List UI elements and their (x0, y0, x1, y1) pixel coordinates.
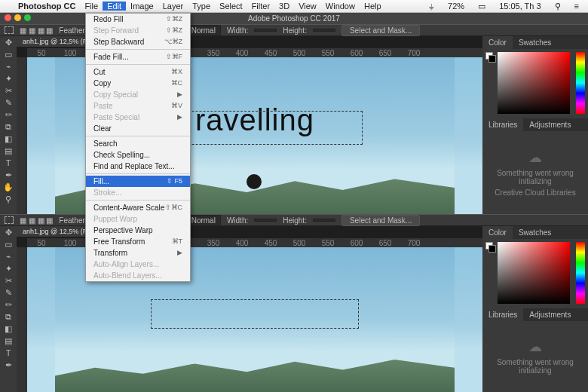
foreground-background-swatch[interactable] (485, 52, 496, 63)
menu-item-step-backward[interactable]: Step Backward⌥⌘Z (86, 36, 190, 47)
menu-item-search[interactable]: Search (86, 138, 190, 149)
menu-item-puppet-warp: Puppet Warp (86, 213, 190, 225)
eyedropper-tool-icon[interactable]: ✎ (2, 98, 15, 109)
minimize-window-button[interactable] (14, 14, 21, 21)
select-and-mask-button-2[interactable]: Select and Mask... (341, 215, 420, 226)
image-landscape-2 (55, 351, 455, 392)
menu-type[interactable]: Type (188, 2, 215, 11)
menu-item-transform[interactable]: Transform▶ (86, 247, 190, 259)
libraries-error-2: Creative Cloud Libraries (495, 188, 575, 197)
color-field[interactable] (498, 52, 570, 114)
select-and-mask-button[interactable]: Select and Mask... (341, 25, 420, 36)
marquee-tool-icon[interactable] (5, 26, 14, 34)
width-input[interactable] (254, 29, 277, 32)
height-label: Height: (283, 26, 307, 35)
menu-item-perspective-warp[interactable]: Perspective Warp (86, 225, 190, 236)
zoom-tool-icon[interactable]: ⚲ (2, 194, 15, 205)
tools-panel-2: ✥▭⌁✦✂✎✏⧉◧▤T✒ (0, 226, 17, 392)
ruler-vertical-2[interactable] (17, 247, 27, 392)
menu-file[interactable]: File (80, 2, 103, 11)
quick-select-tool-icon[interactable]: ✦ (2, 74, 15, 84)
menu-help[interactable]: Help (360, 2, 386, 11)
pen-tool-icon[interactable]: ✒ (2, 170, 15, 181)
close-window-button[interactable] (5, 14, 11, 21)
selection-mode-icons[interactable]: ▦ ▦ ▦ ▦ (20, 216, 53, 225)
menu-3d[interactable]: 3D (274, 2, 294, 11)
gradient-tool-icon[interactable]: ▤ (2, 146, 15, 157)
tab-adjustments[interactable]: Adjustments (523, 118, 577, 131)
move-tool-icon[interactable]: ✥ (2, 38, 15, 48)
wifi-icon[interactable]: ⏚ (424, 2, 439, 11)
menu-item-check-spelling-[interactable]: Check Spelling... (86, 149, 190, 161)
tab-libraries[interactable]: Libraries (482, 118, 523, 131)
style-select-2[interactable]: Normal (186, 215, 221, 226)
menu-item-free-transform[interactable]: Free Transform⌘T (86, 236, 190, 247)
menu-edit[interactable]: Edit (103, 2, 126, 11)
lasso-tool-icon[interactable]: ⌁ (2, 62, 15, 72)
menu-item-auto-blend-layers-: Auto-Blend Layers... (86, 270, 190, 281)
app-name[interactable]: Photoshop CC (14, 2, 80, 11)
menu-item-paste-special: Paste Special▶ (86, 112, 190, 123)
marquee-tool-icon[interactable]: ▭ (2, 50, 15, 60)
hue-slider[interactable] (576, 52, 585, 114)
edit-dropdown-menu: Redo Fill⇧⌘ZStep Forward⇧⌘ZStep Backward… (85, 13, 191, 282)
menu-item-fill-[interactable]: Fill...⇧ F5 (86, 176, 190, 187)
height-input[interactable] (313, 29, 335, 32)
spotlight-icon[interactable]: ⚲ (550, 2, 565, 11)
menu-item-clear[interactable]: Clear (86, 123, 190, 134)
color-picker[interactable] (482, 49, 588, 118)
libraries-error-1: Something went wrong initializing (487, 169, 583, 185)
selection-marquee-2[interactable] (151, 299, 359, 328)
type-tool-icon[interactable]: T (2, 158, 15, 169)
tools-panel: ✥ ▭ ⌁ ✦ ✂ ✎ ✏ ⧉ ◧ ▤ T ✒ ✋ ⚲ (0, 36, 17, 214)
cloud-error-icon: ☁︎ (528, 149, 542, 166)
crop-tool-icon[interactable]: ✂ (2, 86, 15, 96)
battery-level: 72% (443, 2, 469, 11)
hand-tool-icon[interactable]: ✋ (2, 182, 15, 193)
libraries-panel: ☁︎ Something went wrong initializing Cre… (482, 131, 588, 214)
menu-filter[interactable]: Filter (247, 2, 274, 11)
menu-item-cut[interactable]: Cut⌘X (86, 66, 190, 78)
clone-tool-icon[interactable]: ⧉ (2, 122, 15, 133)
clock[interactable]: 15:05, Th 3 (495, 2, 545, 11)
menu-select[interactable]: Select (215, 2, 247, 11)
menu-item-fade-fill-[interactable]: Fade Fill...⇧⌘F (86, 51, 190, 63)
menu-item-redo-fill[interactable]: Redo Fill⇧⌘Z (86, 14, 190, 25)
eraser-tool-icon[interactable]: ◧ (2, 134, 15, 145)
menu-item-find-and-replace-text-[interactable]: Find and Replace Text... (86, 161, 190, 172)
menu-image[interactable]: Image (126, 2, 158, 11)
zoom-window-button[interactable] (24, 14, 31, 21)
width-label: Width: (227, 26, 248, 35)
menu-item-step-forward: Step Forward⇧⌘Z (86, 25, 190, 36)
feather-label: Feather: (59, 26, 87, 35)
brush-tool-icon[interactable]: ✏ (2, 110, 15, 121)
style-select[interactable]: Normal (186, 25, 221, 36)
menu-item-content-aware-scale[interactable]: Content-Aware Scale⇧⌘C (86, 202, 190, 213)
window-title: Adobe Photoshop CC 2017 (248, 14, 340, 23)
tab-swatches[interactable]: Swatches (513, 36, 557, 49)
menu-item-stroke-: Stroke... (86, 187, 190, 198)
menu-layer[interactable]: Layer (158, 2, 188, 11)
right-panels: ColorSwatches LibrariesAdjustments ☁︎ So… (482, 36, 588, 214)
menu-item-paste: Paste⌘V (86, 100, 190, 112)
right-panels-2: ColorSwatches LibrariesAdjustments ☁︎ So… (482, 226, 588, 392)
marquee-tool-icon[interactable] (5, 216, 14, 224)
battery-icon: ▭ (473, 2, 490, 11)
notifications-icon[interactable]: ≡ (570, 2, 583, 11)
menu-item-auto-align-layers-: Auto-Align Layers... (86, 259, 190, 270)
selection-mode-icons[interactable]: ▦ ▦ ▦ ▦ (20, 26, 53, 35)
macos-menubar: Photoshop CC File Edit Image Layer Type … (0, 0, 588, 13)
menu-item-copy[interactable]: Copy⌘C (86, 78, 190, 89)
cloud-error-icon: ☁︎ (528, 338, 542, 355)
color-picker-2[interactable] (482, 239, 588, 308)
ruler-vertical[interactable] (17, 57, 27, 214)
tab-color[interactable]: Color (482, 36, 513, 49)
menu-item-copy-special: Copy Special▶ (86, 89, 190, 100)
menu-view[interactable]: View (294, 2, 321, 11)
image-person (247, 174, 262, 189)
menu-window[interactable]: Window (321, 2, 360, 11)
